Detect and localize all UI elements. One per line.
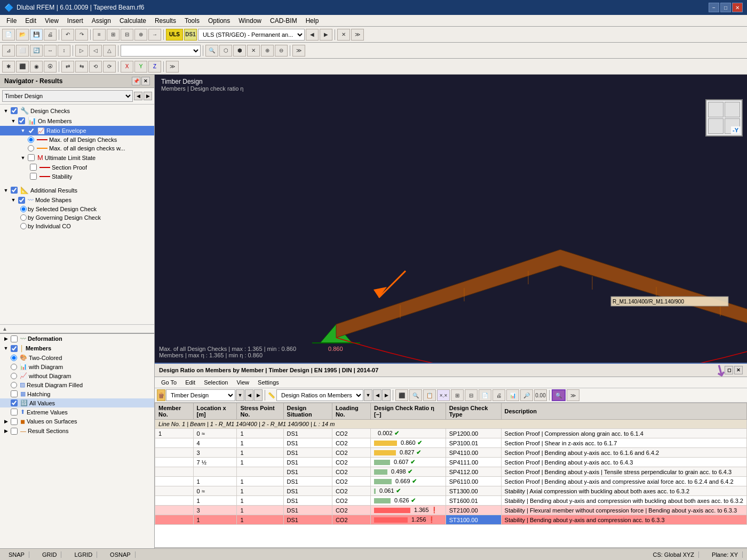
expand-ratio-envelope[interactable]: ▼ bbox=[19, 127, 27, 134]
tree-values-surfaces[interactable]: ▶ ◼ Values on Surfaces bbox=[0, 417, 154, 426]
results-edit[interactable]: Edit bbox=[183, 378, 197, 387]
save-button[interactable]: 💾 bbox=[30, 29, 43, 41]
cb-hatching[interactable] bbox=[11, 390, 18, 397]
tb2-j[interactable]: ⬡ bbox=[219, 45, 232, 57]
next-ds[interactable]: ▶ bbox=[320, 29, 332, 41]
cb-uls[interactable] bbox=[28, 154, 35, 161]
expand-design-checks[interactable]: ▼ bbox=[2, 107, 10, 115]
cb-mode-shapes[interactable] bbox=[18, 197, 25, 204]
expand-surfaces[interactable]: ▶ bbox=[2, 418, 10, 425]
cb-surfaces[interactable] bbox=[11, 418, 18, 425]
res-tb-8[interactable]: 🖨 bbox=[492, 389, 505, 401]
tb2-k[interactable]: ⬢ bbox=[233, 45, 246, 57]
menu-window[interactable]: Window bbox=[234, 16, 266, 26]
res-tb-1[interactable]: ⬛ bbox=[395, 389, 408, 401]
toolbar-btn-b[interactable]: ⊞ bbox=[107, 29, 120, 41]
nav-prev[interactable]: ◀ bbox=[134, 92, 142, 100]
menu-options[interactable]: Options bbox=[204, 16, 234, 26]
expand-additional[interactable]: ▼ bbox=[2, 187, 10, 194]
menu-cad-bim[interactable]: CAD-BIM bbox=[266, 16, 301, 26]
axis-z[interactable]: Z bbox=[148, 61, 161, 73]
tree-section-proof[interactable]: Section Proof bbox=[0, 163, 154, 172]
td-combo-dropdown[interactable]: ▼ bbox=[236, 389, 244, 401]
tree-all-values[interactable]: 🔢 All Values bbox=[0, 398, 154, 407]
res-tb-6[interactable]: ⊟ bbox=[465, 389, 478, 401]
table-row[interactable]: 3 1 DS1 CO2 0.827 ✔ SP4110.00 Section Pr… bbox=[155, 448, 747, 458]
cb-result-sections[interactable] bbox=[11, 428, 18, 435]
cb-extreme-values[interactable] bbox=[11, 409, 18, 415]
menu-edit[interactable]: Edit bbox=[21, 16, 41, 26]
radio-with-diagram[interactable] bbox=[11, 364, 17, 370]
tb2-n[interactable]: ⊖ bbox=[275, 45, 288, 57]
timber-design-combo[interactable]: Timber Design bbox=[166, 389, 235, 401]
tb2-more[interactable]: ≫ bbox=[292, 45, 305, 57]
res-tb-9[interactable]: 📊 bbox=[506, 389, 519, 401]
dr-next[interactable]: ▶ bbox=[382, 389, 391, 401]
tree-max-all[interactable]: Max. of all Design Checks bbox=[0, 135, 154, 144]
tree-max-all-w[interactable]: Max. of all design checks w... bbox=[0, 144, 154, 153]
expand-result-sections[interactable]: ▶ bbox=[2, 427, 10, 435]
toolbar-btn-e[interactable]: → bbox=[148, 29, 161, 41]
results-settings[interactable]: Settings bbox=[256, 378, 281, 387]
dr-combo-dropdown[interactable]: ▼ bbox=[364, 389, 372, 401]
tree-additional-results[interactable]: ▼ 📐 Additional Results bbox=[0, 185, 154, 195]
tree-result-diagram[interactable]: ▨ Result Diagram Filled bbox=[0, 380, 154, 389]
tree-with-diagram[interactable]: 📊 with Diagram bbox=[0, 362, 154, 371]
tb2-c[interactable]: 🔄 bbox=[30, 45, 43, 57]
tb2-h[interactable]: △ bbox=[103, 45, 116, 57]
res-tb-more[interactable]: ≫ bbox=[567, 389, 579, 401]
tree-result-sections[interactable]: ▶ — Result Sections bbox=[0, 426, 154, 436]
tb-x[interactable]: ✕ bbox=[337, 29, 350, 41]
tb3-c[interactable]: ◉ bbox=[30, 61, 43, 73]
table-row[interactable]: 0 ≈ 1 DS1 CO2 0.061 ✔ ST1300.00 Stabilit… bbox=[155, 486, 747, 496]
cb-additional[interactable] bbox=[11, 187, 18, 194]
redo-button[interactable]: ↷ bbox=[75, 29, 88, 41]
menu-help[interactable]: Help bbox=[301, 16, 323, 26]
res-tb-5[interactable]: ⊞ bbox=[451, 389, 464, 401]
results-selection[interactable]: Selection bbox=[202, 378, 230, 387]
table-row[interactable]: 4 1 DS1 CO2 0.860 ✔ SP3100.01 Section Pr… bbox=[155, 438, 747, 448]
tree-members[interactable]: ▼ │ Members bbox=[0, 343, 154, 353]
tb2-d[interactable]: ↔ bbox=[44, 45, 57, 57]
toolbar-btn-a[interactable]: ≡ bbox=[93, 29, 106, 41]
tb2-e[interactable]: ↕ bbox=[58, 45, 70, 57]
tree-design-checks[interactable]: ▼ 🔧 Design Checks bbox=[0, 106, 154, 116]
table-row[interactable]: DS1 CO2 0.498 ✔ SP4112.00 Section Proof … bbox=[155, 467, 747, 477]
cb-deformation[interactable] bbox=[11, 335, 18, 342]
tree-by-governing[interactable]: by Governing Design Check bbox=[0, 213, 154, 222]
radio-by-governing[interactable] bbox=[20, 214, 27, 221]
tree-on-members[interactable]: ▼ 📊 On Members bbox=[0, 116, 154, 126]
expand-uls[interactable]: ▼ bbox=[19, 154, 27, 162]
open-button[interactable]: 📂 bbox=[16, 29, 29, 41]
cb-ratio-envelope[interactable] bbox=[28, 127, 35, 134]
table-row[interactable]: 1 0 ≈ 1 DS1 CO2 0.002 ✔ SP1200.00 Sectio… bbox=[155, 429, 747, 438]
tb2-a[interactable]: ⊿ bbox=[2, 45, 15, 57]
radio-two-colored[interactable] bbox=[11, 355, 17, 361]
menu-results[interactable]: Results bbox=[150, 16, 180, 26]
tb2-g[interactable]: ◁ bbox=[89, 45, 102, 57]
results-close-button[interactable]: ✕ bbox=[734, 366, 743, 374]
radio-max-all-w[interactable] bbox=[28, 145, 34, 151]
table-row[interactable]: 7 ½ 1 DS1 CO2 0.607 ✔ SP4111.00 Section … bbox=[155, 458, 747, 467]
tb2-m[interactable]: ⊕ bbox=[261, 45, 274, 57]
menu-calculate[interactable]: Calculate bbox=[115, 16, 150, 26]
toolbar-btn-c[interactable]: ⊟ bbox=[121, 29, 133, 41]
print-button[interactable]: 🖨 bbox=[44, 29, 57, 41]
nav-scroll-up[interactable]: ▲ bbox=[2, 326, 7, 332]
undo-button[interactable]: ↶ bbox=[61, 29, 74, 41]
tb3-h[interactable]: ⟳ bbox=[103, 61, 116, 73]
menu-tools[interactable]: Tools bbox=[180, 16, 204, 26]
tree-uls[interactable]: ▼ M Ultimate Limit State bbox=[0, 153, 154, 163]
nav-close-button[interactable]: ✕ bbox=[141, 77, 150, 85]
tree-ratio-envelope[interactable]: ▼ 📈 Ratio Envelope bbox=[0, 126, 154, 135]
maximize-button[interactable]: □ bbox=[720, 3, 731, 12]
expand-mode-shapes[interactable]: ▼ bbox=[10, 196, 17, 204]
menu-assign[interactable]: Assign bbox=[88, 16, 115, 26]
radio-without-diagram[interactable] bbox=[11, 373, 17, 379]
menu-file[interactable]: File bbox=[2, 16, 21, 26]
res-tb-11[interactable]: 0.00 bbox=[534, 389, 547, 401]
radio-result-diagram[interactable] bbox=[11, 382, 17, 388]
expand-members[interactable]: ▼ bbox=[2, 345, 10, 352]
tb2-i[interactable]: 🔍 bbox=[205, 45, 218, 57]
results-table[interactable]: Member No. Location x [m] Stress Point N… bbox=[155, 403, 747, 547]
